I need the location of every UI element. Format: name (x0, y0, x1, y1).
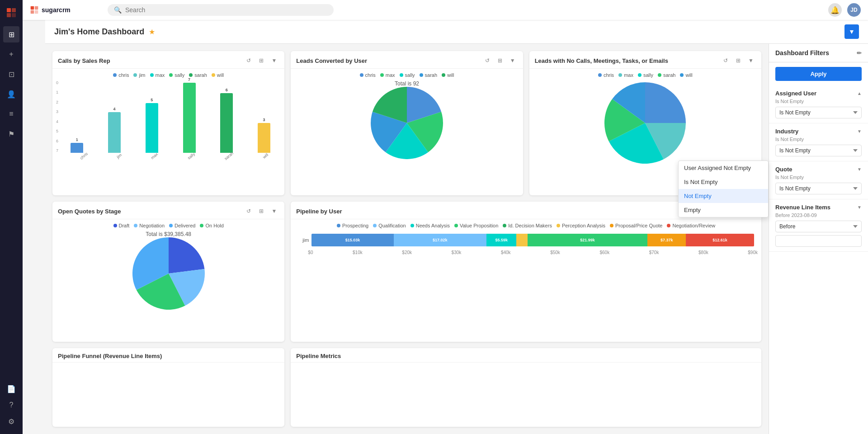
filter-select-wrapper-assigned: Is Not Empty Is Empty Equals Not Equals (775, 107, 862, 118)
svg-rect-1 (12, 8, 16, 12)
sidebar-item-menu[interactable]: ≡ (3, 106, 19, 122)
notification-icon[interactable]: 🔔 (828, 3, 842, 17)
filter-section-header-revenue[interactable]: Revenue Line Items ▼ (775, 204, 862, 211)
svg-rect-5 (35, 6, 38, 10)
refresh-icon-nocalls[interactable]: ↺ (721, 56, 731, 66)
svg-rect-6 (31, 10, 34, 14)
bar-chart-inner-calls: 1 4 5 7 (60, 80, 281, 153)
widget-calls-by-rep: Calls by Sales Rep ↺ ⊞ ▼ chris jim max s… (52, 51, 284, 195)
chart-legend-quotes: Draft Negotiation Delivered On Hold (113, 223, 224, 228)
refresh-icon-calls[interactable]: ↺ (244, 56, 254, 66)
widget-header-calls: Calls by Sales Rep ↺ ⊞ ▼ (52, 51, 284, 69)
filter-section-quote: Quote ▼ Is Not Empty Is Not Empty Is Emp… (769, 161, 868, 199)
main-content: Jim's Home Dashboard ★ ▼ Calls by Sales … (45, 20, 868, 434)
filter-icon-quotes[interactable]: ▼ (269, 206, 279, 216)
table-icon-quotes[interactable]: ⊞ (256, 206, 266, 216)
search-icon: 🔍 (114, 6, 122, 14)
widget-header-quotes: Open Quotes by Stage ↺ ⊞ ▼ (52, 202, 284, 219)
bar-will: 3 (247, 118, 281, 153)
filter-panel: Dashboard Filters ✏ Apply Assigned User … (769, 44, 868, 434)
topbar-logo: sugarcrm (30, 5, 102, 14)
svg-rect-4 (31, 6, 34, 10)
widget-title-metrics: Pipeline Metrics (296, 353, 756, 359)
pipeline-row-jim: jim $15.03k $17.02k $5.59k $21.99k $7.37… (298, 234, 754, 246)
chart-legend-calls: chris jim max sally sarah will (113, 72, 224, 78)
filter-select-quote[interactable]: Is Not Empty Is Empty Equals (775, 183, 862, 194)
chevron-down-icon-revenue: ▼ (857, 205, 862, 210)
widget-title-quotes: Open Quotes by Stage (58, 208, 241, 215)
widget-pipeline-funnel: Pipeline Funnel (Revenue Line Items) (52, 348, 284, 427)
sidebar-item-settings[interactable]: ⚙ (3, 413, 19, 429)
filter-icon: ▼ (849, 28, 855, 35)
filter-select-assigned[interactable]: Is Not Empty Is Empty Equals Not Equals (775, 107, 862, 118)
filter-panel-header: Dashboard Filters ✏ (769, 44, 868, 62)
sidebar-item-home[interactable]: ⊞ (3, 26, 19, 42)
widget-title-leads: Leads Converted by User (296, 57, 479, 64)
page-title: Jim's Home Dashboard (54, 27, 144, 37)
x-axis-pipeline: $0$10k$20k$30k$40k$50k$60k$70k$80k$90k (294, 250, 758, 255)
widget-title-calls: Calls by Sales Rep (58, 57, 241, 64)
sidebar-item-grid[interactable]: ⊡ (3, 66, 19, 82)
widget-header-nocalls: Leads with No Calls, Meetings, Tasks, or… (529, 51, 761, 69)
bar-jim: 4 (98, 107, 132, 153)
svg-rect-3 (12, 13, 16, 17)
filter-section-header-assigned[interactable]: Assigned User ▲ (775, 90, 862, 97)
table-icon-leads[interactable]: ⊞ (495, 56, 505, 66)
search-bar[interactable]: 🔍 (108, 4, 334, 16)
filter-edit-icon[interactable]: ✏ (857, 50, 862, 57)
filter-date-revenue[interactable]: 2023-08-09 (775, 235, 862, 247)
svg-rect-7 (35, 10, 38, 14)
widget-body-calls: chris jim max sally sarah will 76543210 (52, 69, 284, 195)
filter-subtitle-revenue: Before 2023-08-09 (775, 212, 862, 218)
filter-section-header-quote[interactable]: Quote ▼ (775, 166, 862, 173)
apply-button[interactable]: Apply (775, 67, 862, 81)
sidebar-item-docs[interactable]: 📄 (3, 381, 19, 397)
dropdown-item-not-empty[interactable]: Not Empty (679, 189, 768, 203)
filter-button[interactable]: ▼ (844, 24, 859, 39)
chevron-down-icon-industry: ▼ (857, 129, 862, 134)
table-icon-nocalls[interactable]: ⊞ (733, 56, 743, 66)
filter-subtitle-quote: Is Not Empty (775, 175, 862, 180)
app-name: sugarcrm (42, 6, 71, 14)
sidebar-item-add[interactable]: + (3, 46, 19, 62)
sidebar-item-help[interactable]: ? (3, 397, 19, 413)
widget-body-funnel (52, 363, 284, 427)
pie-chart-leads (371, 87, 443, 159)
refresh-icon-quotes[interactable]: ↺ (244, 206, 254, 216)
dropdown-item-user-not-empty[interactable]: User Assigned Not Empty (679, 161, 768, 175)
user-avatar[interactable]: JD (847, 3, 861, 17)
sidebar-item-person[interactable]: 👤 (3, 86, 19, 102)
table-icon-calls[interactable]: ⊞ (256, 56, 266, 66)
widget-leads-converted: Leads Converted by User ↺ ⊞ ▼ chris max … (291, 51, 523, 195)
filter-subtitle-industry: Is Not Empty (775, 137, 862, 142)
sidebar-item-flag[interactable]: ⚑ (3, 126, 19, 142)
widget-body-quotes: Draft Negotiation Delivered On Hold Tota… (52, 219, 284, 341)
chart-legend-leads: chris max sally sarah will (360, 72, 454, 78)
chevron-down-icon-quote: ▼ (857, 167, 862, 172)
pie-total-quotes: Total is $39,385.48 (146, 231, 191, 237)
filter-title-quote: Quote (775, 166, 793, 173)
filter-select-revenue[interactable]: Before After On Between (775, 221, 862, 232)
sidebar: ⊞ + ⊡ 👤 ≡ ⚑ 📄 ? ⚙ (0, 0, 23, 434)
dropdown-item-empty[interactable]: Empty (679, 203, 768, 217)
filter-section-header-industry[interactable]: Industry ▼ (775, 128, 862, 135)
filter-icon-nocalls[interactable]: ▼ (746, 56, 756, 66)
dropdown-item-is-not-empty[interactable]: Is Not Empty (679, 175, 768, 189)
widget-header-funnel: Pipeline Funnel (Revenue Line Items) (52, 348, 284, 363)
widget-body-leads: chris max sally sarah will Total is 92 (291, 69, 523, 195)
refresh-icon-leads[interactable]: ↺ (482, 56, 492, 66)
bar-chart-calls: 76543210 1 4 5 (56, 80, 281, 153)
filter-select-industry[interactable]: Is Not Empty Is Empty Equals (775, 145, 862, 156)
filter-icon-calls[interactable]: ▼ (269, 56, 279, 66)
widget-pipeline-user: Pipeline by User ↺ ⊞ ▼ Prospecting Quali… (291, 202, 761, 341)
sidebar-logo[interactable] (3, 5, 19, 21)
search-input[interactable] (125, 6, 327, 14)
dashboard-grid: Calls by Sales Rep ↺ ⊞ ▼ chris jim max s… (45, 44, 769, 434)
filter-title-assigned: Assigned User (775, 90, 816, 97)
widget-body-pipeline: Prospecting Qualification Needs Analysis… (291, 219, 761, 341)
star-icon[interactable]: ★ (149, 28, 155, 36)
filter-icon-leads[interactable]: ▼ (508, 56, 518, 66)
chart-legend-pipeline: Prospecting Qualification Needs Analysis… (337, 223, 715, 228)
widget-open-quotes: Open Quotes by Stage ↺ ⊞ ▼ Draft Negotia… (52, 202, 284, 341)
chart-legend-nocalls: chris max sally sarah will (598, 72, 693, 78)
